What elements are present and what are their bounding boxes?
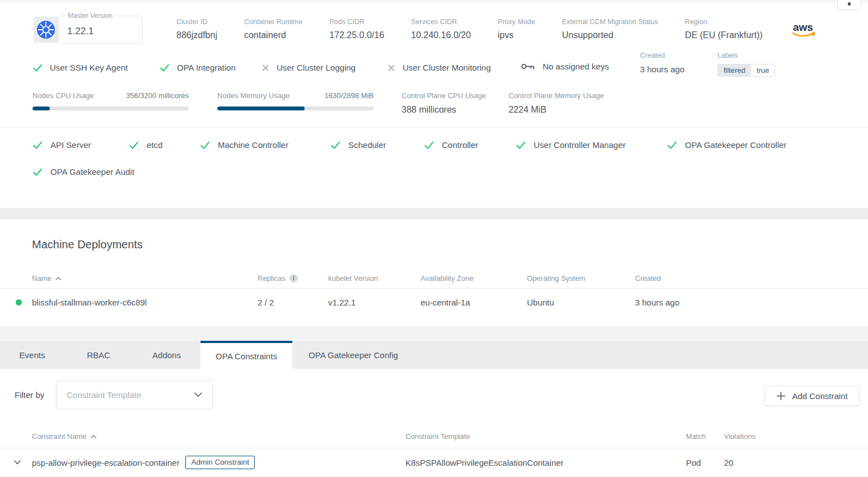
usage-label: Control Plane Memory Usage bbox=[508, 91, 604, 100]
feature-label: User SSH Key Agent bbox=[50, 63, 128, 72]
info-icon[interactable]: i bbox=[290, 274, 298, 283]
constraint-violations: 20 bbox=[724, 458, 868, 467]
expand-chevron-icon[interactable] bbox=[14, 460, 32, 465]
tab-addons[interactable]: Addons bbox=[133, 341, 200, 369]
column-header-availability-zone: Availability Zone bbox=[421, 274, 527, 283]
label-chip-value: true bbox=[751, 64, 774, 76]
column-label: Name bbox=[32, 274, 52, 283]
column-header-constraint-template: Constraint Template bbox=[405, 432, 686, 441]
md-cell-name: blissful-stallman-worker-c6c89l bbox=[32, 298, 258, 307]
tab-opa-gatekeeper-config[interactable]: OPA Gatekeeper Config bbox=[292, 341, 414, 369]
sort-asc-icon bbox=[55, 277, 61, 280]
info-field-cluster-id: Cluster ID 886jzdfbnj bbox=[176, 18, 217, 40]
filter-by-label: Filter by bbox=[15, 390, 44, 400]
labels-block: Labels filtered true bbox=[717, 52, 775, 77]
feature-label: User Cluster Logging bbox=[277, 63, 356, 72]
progress-bar-fill bbox=[32, 106, 50, 110]
admin-constraint-badge: Admin Constraint bbox=[185, 456, 255, 469]
key-icon bbox=[521, 62, 535, 71]
constraints-header-row: Constraint Name Constraint Template Matc… bbox=[0, 425, 868, 448]
check-icon bbox=[32, 141, 43, 150]
health-check-etcd: etcd bbox=[129, 140, 162, 150]
machine-deployment-row[interactable]: blissful-stallman-worker-c6c89l 2 / 2 v1… bbox=[0, 289, 868, 316]
feature-label: OPA Integration bbox=[177, 63, 236, 72]
column-label: Operating System bbox=[527, 274, 585, 283]
check-icon bbox=[667, 141, 677, 150]
add-constraint-button[interactable]: Add Constraint bbox=[764, 386, 860, 406]
check-icon bbox=[424, 141, 434, 150]
ssh-keys-text: No assigned keys bbox=[543, 62, 609, 71]
machine-deployments-header-row: Name Replicas i kubelet Version Availabi… bbox=[0, 268, 868, 289]
info-label: Services CIDR bbox=[411, 18, 471, 26]
tab-opa-constraints[interactable]: OPA Constraints bbox=[200, 341, 292, 369]
info-label: External CCM Migration Status bbox=[562, 18, 659, 26]
info-value: 172.25.0.0/16 bbox=[329, 30, 384, 40]
control-plane-cpu-usage: Control Plane CPU Usage 388 millicores bbox=[402, 91, 486, 115]
health-check-label: Controller bbox=[442, 140, 478, 150]
check-icon bbox=[32, 63, 43, 72]
check-icon bbox=[200, 141, 210, 150]
ssh-keys-status: No assigned keys bbox=[521, 62, 609, 71]
column-label: Constraint Name bbox=[32, 432, 87, 441]
nodes-cpu-usage: Nodes CPU Usage 356/3200 millicores bbox=[32, 91, 189, 110]
info-field-container-runtime: Container Runtime containerd bbox=[244, 18, 302, 40]
constraint-name: psp-allow-privilege-escalation-container bbox=[32, 458, 179, 467]
control-plane-memory-usage: Control Plane Memory Usage 2224 MiB bbox=[508, 91, 604, 115]
tabs-bar: Events RBAC Addons OPA Constraints OPA G… bbox=[0, 341, 868, 369]
svg-text:aws: aws bbox=[793, 21, 813, 33]
health-check-label: OPA Gatekeeper Audit bbox=[50, 167, 134, 177]
x-icon bbox=[262, 64, 269, 72]
column-header-constraint-name[interactable]: Constraint Name bbox=[32, 432, 405, 441]
health-check-label: Machine Controller bbox=[218, 140, 288, 150]
cluster-summary-card: Master Version 1.22.1 Cluster ID 886jzdf… bbox=[0, 0, 868, 208]
feature-label: User Cluster Monitoring bbox=[403, 63, 491, 72]
health-check-label: User Controller Manager bbox=[534, 140, 626, 150]
feature-opa-integration: OPA Integration bbox=[160, 63, 236, 72]
progress-bar bbox=[217, 106, 374, 110]
health-check-label: OPA Gatekeeper Controller bbox=[685, 140, 786, 150]
usage-label: Control Plane CPU Usage bbox=[402, 91, 486, 100]
usage-value: 1630/2898 MiB bbox=[325, 91, 374, 100]
check-icon bbox=[129, 141, 139, 150]
usage-value: 2224 MiB bbox=[508, 105, 604, 115]
check-icon bbox=[32, 168, 43, 177]
md-cell-created: 3 hours ago bbox=[635, 298, 868, 307]
column-header-name[interactable]: Name bbox=[32, 274, 258, 283]
health-check-controller: Controller bbox=[424, 140, 478, 150]
constraint-row[interactable]: psp-allow-privilege-escalation-container… bbox=[0, 448, 868, 477]
master-version-label: Master Version bbox=[65, 12, 115, 20]
health-check-label: API Server bbox=[50, 140, 91, 150]
info-value: ipvs bbox=[498, 30, 535, 40]
info-value: Unsupported bbox=[562, 30, 659, 40]
column-header-violations: Violations bbox=[724, 432, 868, 441]
info-label: Pods CIDR bbox=[329, 18, 384, 26]
cluster-options-button[interactable] bbox=[837, 0, 861, 10]
check-icon bbox=[330, 141, 340, 150]
health-check-label: etcd bbox=[147, 140, 162, 150]
health-check-opa-gatekeeper-audit: OPA Gatekeeper Audit bbox=[32, 167, 134, 177]
info-field-proxy-mode: Proxy Mode ipvs bbox=[498, 18, 535, 40]
status-dot-healthy bbox=[16, 299, 22, 305]
nodes-memory-usage: Nodes Memory Usage 1630/2898 MiB bbox=[217, 91, 374, 110]
opa-constraints-panel: Filter by Constraint Template Add Constr… bbox=[0, 369, 868, 477]
md-cell-zone: eu-central-1a bbox=[421, 298, 527, 307]
constraint-template-select[interactable]: Constraint Template bbox=[56, 380, 213, 409]
created-block: Created 3 hours ago bbox=[640, 52, 684, 74]
column-label: Availability Zone bbox=[421, 274, 473, 283]
info-label: Cluster ID bbox=[176, 18, 217, 26]
tab-events[interactable]: Events bbox=[0, 341, 64, 369]
created-label: Created bbox=[640, 52, 684, 59]
health-check-machine-controller: Machine Controller bbox=[200, 140, 288, 150]
info-field-pods-cidr: Pods CIDR 172.25.0.0/16 bbox=[329, 18, 384, 40]
check-icon bbox=[160, 63, 170, 72]
column-label: kubelet Version bbox=[328, 274, 378, 283]
feature-user-ssh-key-agent: User SSH Key Agent bbox=[32, 63, 128, 72]
section-gap bbox=[0, 327, 868, 341]
info-value: DE (EU (Frankfurt)) bbox=[685, 30, 763, 40]
tab-rbac[interactable]: RBAC bbox=[64, 341, 133, 369]
label-chip-key: filtered bbox=[718, 64, 751, 76]
health-check-opa-gatekeeper-controller: OPA Gatekeeper Controller bbox=[667, 140, 786, 150]
info-value: containerd bbox=[244, 30, 302, 40]
section-divider bbox=[0, 127, 868, 127]
health-check-label: Scheduler bbox=[348, 140, 386, 150]
